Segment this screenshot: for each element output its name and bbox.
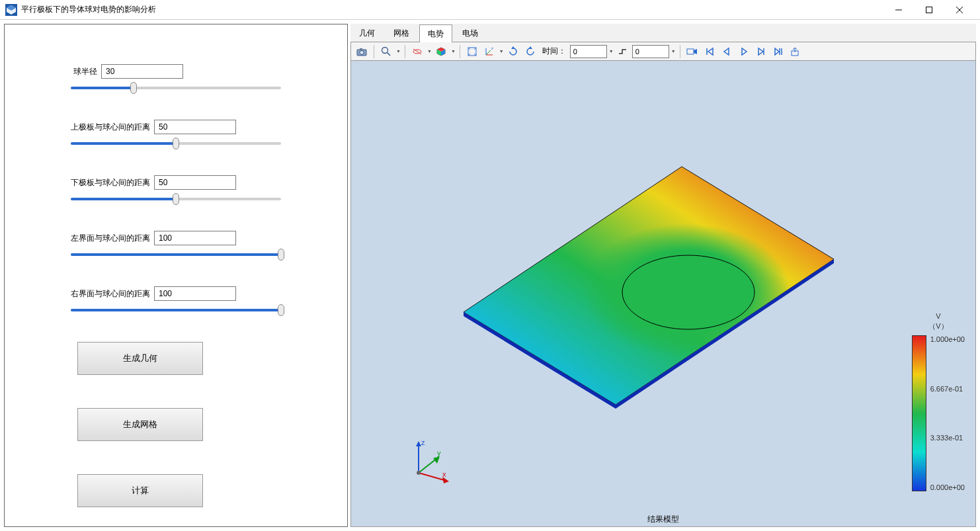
color-cube-icon[interactable] [433,44,449,59]
export-icon[interactable] [788,44,803,59]
slider-top-dist[interactable] [71,138,281,149]
time-dropdown-icon[interactable]: ▼ [609,49,614,54]
compute-button[interactable]: 计算 [77,474,203,507]
legend-tick: 0.000e+00 [930,483,965,491]
slider-right-dist[interactable] [71,305,281,315]
slider-radius[interactable] [71,83,281,93]
maximize-button[interactable] [914,0,944,20]
svg-rect-8 [360,48,362,50]
first-frame-icon[interactable] [702,44,717,59]
svg-point-9 [360,50,364,54]
svg-marker-26 [694,49,697,54]
svg-line-21 [486,50,491,55]
svg-text:z: z [491,46,493,50]
svg-point-39 [622,255,755,329]
svg-text:y: y [437,449,441,457]
svg-point-52 [417,471,421,475]
graphics-toolbar: ▼ ▼ ▼ z ▼ 时间： ▼ ▼ [350,42,976,61]
zoom-icon[interactable] [378,44,394,59]
svg-marker-29 [724,48,729,55]
time-input[interactable] [570,45,607,58]
legend-tick: 6.667e-01 [930,385,965,393]
step-icon[interactable] [615,44,631,59]
window-title: 平行极板下的导体球对电势的影响分析 [21,4,883,15]
step-dropdown-icon[interactable]: ▼ [671,49,676,54]
tab-mesh[interactable]: 网格 [385,24,418,42]
svg-text:x: x [442,470,446,478]
svg-line-11 [388,52,391,56]
field-label-left-dist: 左界面与球心间的距离 [71,233,150,244]
field-label-radius: 球半径 [71,66,97,77]
field-label-bottom-dist: 下极板与球心间的距离 [71,177,150,188]
field-input-right-dist[interactable] [154,286,236,301]
svg-marker-33 [775,48,779,55]
legend-tick: 3.333e-01 [930,434,965,442]
tab-geometry[interactable]: 几何 [350,24,384,42]
play-icon[interactable] [736,44,752,59]
display-mode-icon[interactable] [409,44,425,59]
minimize-button[interactable] [883,0,914,20]
generate-mesh-button[interactable]: 生成网格 [77,408,203,441]
field-label-right-dist: 右界面与球心间的距离 [71,288,150,300]
svg-point-10 [382,47,388,53]
step-input[interactable] [632,45,669,58]
legend-unit: （V） [912,321,965,331]
app-icon [5,4,17,16]
legend-title: V [912,312,965,320]
sidebar: 球半径 上极板与球心间的距离 下极板与球心间的距离 [4,24,348,527]
axes-dropdown-icon[interactable]: ▼ [499,49,504,54]
svg-marker-44 [416,441,421,446]
graphics-footer-label: 结果模型 [351,512,975,526]
tab-field[interactable]: 电场 [454,24,487,42]
zoom-dropdown-icon[interactable]: ▼ [396,49,401,54]
tab-potential[interactable]: 电势 [419,24,452,42]
color-cube-dropdown-icon[interactable]: ▼ [451,49,456,54]
next-frame-icon[interactable] [753,44,769,59]
svg-line-49 [419,458,437,473]
generate-geometry-button[interactable]: 生成几何 [77,342,203,375]
axes-icon[interactable]: z [481,44,497,59]
field-label-top-dist: 上极板与球心间的距离 [71,122,150,133]
field-input-bottom-dist[interactable] [154,175,236,190]
field-input-left-dist[interactable] [154,231,236,245]
camera-icon[interactable] [354,44,370,59]
svg-text:z: z [421,438,425,446]
axis-gizmo: z x y [405,438,453,488]
prev-frame-icon[interactable] [719,44,735,59]
slider-bottom-dist[interactable] [71,194,281,204]
graphics-viewport[interactable]: z x y V （V） 1.000e+00 6.667e-0 [350,61,976,527]
legend-color-bar [912,335,926,491]
field-input-radius[interactable] [101,64,183,79]
tab-bar: 几何 网格 电势 电场 [350,24,976,42]
svg-marker-31 [758,48,763,55]
potential-surface-plot [444,140,854,431]
titlebar: 平行极板下的导体球对电势的影响分析 [0,0,980,20]
legend-tick: 1.000e+00 [930,335,965,343]
rotate-cw-icon[interactable] [505,44,521,59]
last-frame-icon[interactable] [770,44,786,59]
svg-marker-30 [742,48,747,55]
svg-rect-4 [926,7,932,13]
svg-rect-25 [687,49,694,54]
time-label: 时间： [542,46,566,57]
svg-marker-23 [511,46,515,49]
fit-view-icon[interactable] [464,44,480,59]
close-button[interactable] [944,0,975,20]
color-legend: V （V） 1.000e+00 6.667e-01 3.333e-01 0.00… [912,312,965,491]
slider-left-dist[interactable] [71,249,281,260]
field-input-top-dist[interactable] [154,120,236,134]
record-icon[interactable] [684,44,700,59]
display-mode-dropdown-icon[interactable]: ▼ [427,49,432,54]
svg-marker-24 [528,46,532,49]
rotate-ccw-icon[interactable] [522,44,538,59]
result-panel: 几何 网格 电势 电场 ▼ ▼ ▼ z ▼ 时间： ▼ ▼ [350,24,976,527]
svg-marker-28 [708,48,713,55]
